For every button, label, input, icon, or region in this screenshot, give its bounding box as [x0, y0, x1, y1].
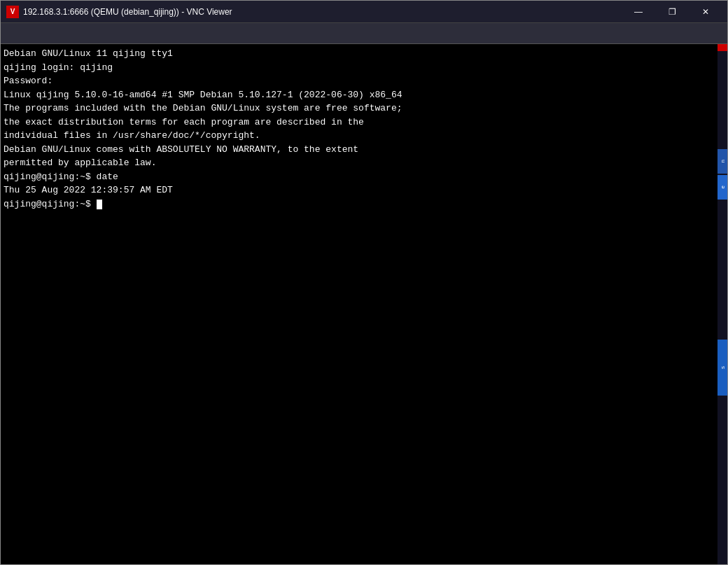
right-panel-label-3: s — [720, 366, 726, 369]
right-panel-label-2: e — [720, 186, 726, 188]
right-panel-label-1: n — [720, 160, 726, 162]
terminal-line: Linux qijing 5.10.0-16-amd64 #1 SMP Debi… — [4, 88, 715, 102]
right-panel: n e s — [718, 44, 727, 564]
close-button[interactable]: ✕ — [690, 1, 722, 23]
terminal-line: Thu 25 Aug 2022 12:39:57 AM EDT — [4, 183, 715, 197]
terminal-line: individual files in /usr/share/doc/*/cop… — [4, 129, 715, 143]
terminal-cursor — [97, 200, 102, 209]
terminal-area[interactable]: Debian GNU/Linux 11 qijing tty1qijing lo… — [1, 44, 718, 564]
terminal-line: Password: — [4, 74, 715, 88]
titlebar: V 192.168.3.1:6666 (QEMU (debian_qijing)… — [1, 1, 727, 23]
terminal-line: Debian GNU/Linux comes with ABSOLUTELY N… — [4, 143, 715, 157]
right-panel-section-2[interactable]: e — [718, 175, 727, 200]
titlebar-controls: — ❐ ✕ — [622, 1, 722, 23]
right-panel-body: n e s — [718, 51, 727, 564]
terminal-line: The programs included with the Debian GN… — [4, 102, 715, 116]
terminal-line: qijing@qijing:~$ — [4, 197, 715, 211]
terminal-line: qijing login: qijing — [4, 61, 715, 75]
vnc-window: V 192.168.3.1:6666 (QEMU (debian_qijing)… — [0, 0, 728, 565]
terminal-line: qijing@qijing:~$ date — [4, 170, 715, 184]
maximize-button[interactable]: ❐ — [656, 1, 688, 23]
terminal-line: Debian GNU/Linux 11 qijing tty1 — [4, 47, 715, 61]
titlebar-left: V 192.168.3.1:6666 (QEMU (debian_qijing)… — [6, 6, 232, 18]
right-panel-section-1[interactable]: n — [718, 149, 727, 174]
terminal-line: permitted by applicable law. — [4, 156, 715, 170]
right-panel-red — [718, 44, 727, 51]
toolbar — [1, 23, 727, 44]
right-panel-section-3[interactable]: s — [718, 340, 727, 396]
minimize-button[interactable]: — — [622, 1, 654, 23]
window-title: 192.168.3.1:6666 (QEMU (debian_qijing)) … — [23, 7, 232, 17]
vnc-logo-icon: V — [6, 6, 19, 18]
terminal-line: the exact distribution terms for each pr… — [4, 116, 715, 130]
